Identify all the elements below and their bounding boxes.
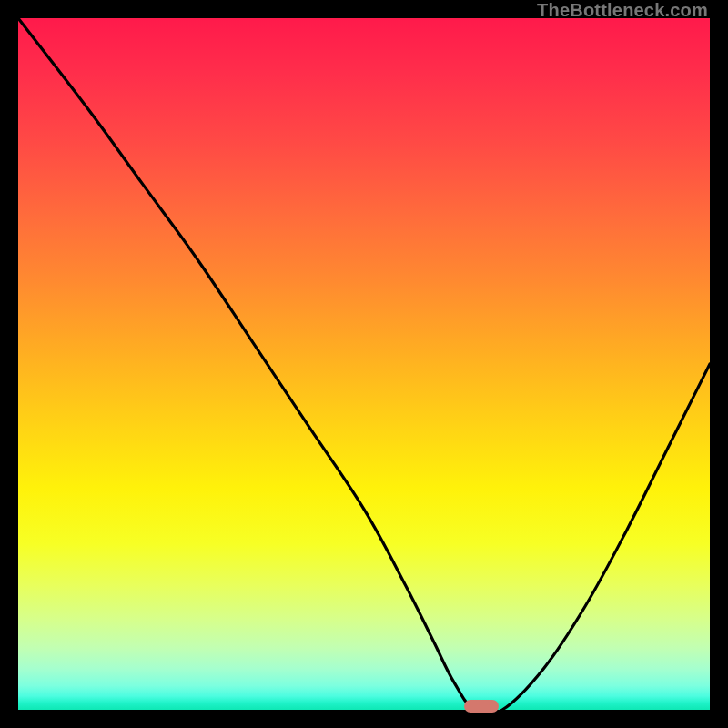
chart-frame: TheBottleneck.com: [0, 0, 728, 728]
bottleneck-curve: [18, 18, 710, 710]
optimal-marker: [464, 700, 499, 713]
plot-area: [18, 18, 710, 710]
